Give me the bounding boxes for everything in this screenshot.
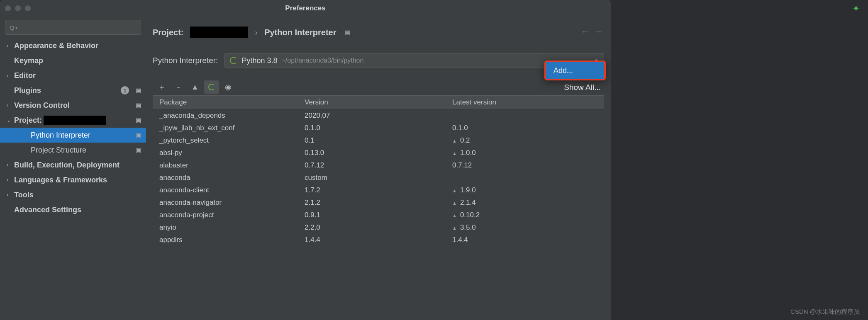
cell-package: _anaconda_depends <box>153 112 298 120</box>
module-icon: ▣ <box>136 132 141 138</box>
sidebar: Q ▾ ›Appearance & BehaviorKeymap›EditorP… <box>0 17 146 320</box>
table-row[interactable]: anaconda-project0.9.1▲0.10.2 <box>153 209 604 221</box>
sidebar-item[interactable]: ›Appearance & Behavior <box>0 38 146 53</box>
cell-package: anyio <box>153 223 298 232</box>
table-row[interactable]: anaconda-client1.7.2▲1.9.0 <box>153 184 604 196</box>
cell-version: 2.2.0 <box>298 223 446 232</box>
cell-version: 0.7.12 <box>298 161 446 170</box>
show-all-interpreters-item[interactable]: Show All... <box>564 83 601 92</box>
upgrade-arrow-icon: ▲ <box>452 138 457 143</box>
table-row[interactable]: alabaster0.7.120.7.12 <box>153 159 604 172</box>
breadcrumb-page: Python Interpreter <box>264 28 336 37</box>
settings-tree: ›Appearance & BehaviorKeymap›EditorPlugi… <box>0 38 146 320</box>
cell-latest: ▲3.5.0 <box>446 223 604 232</box>
sidebar-item-label: Project Structure <box>31 146 86 155</box>
table-row[interactable]: appdirs1.4.41.4.4 <box>153 234 604 246</box>
interpreter-row: Python Interpreter: Python 3.8 ~/opt/ana… <box>153 53 604 68</box>
cell-version: custom <box>298 174 446 182</box>
sidebar-item[interactable]: Plugins1▣ <box>0 83 146 98</box>
table-row[interactable]: anyio2.2.0▲3.5.0 <box>153 221 604 234</box>
expand-arrow-icon: › <box>7 43 14 48</box>
sidebar-item[interactable]: Python Interpreter▣ <box>0 128 146 143</box>
table-row[interactable]: _anaconda_depends2020.07 <box>153 109 604 122</box>
search-icon: Q <box>10 24 15 31</box>
redacted-block <box>44 116 106 125</box>
col-latest[interactable]: Latest version <box>446 98 604 107</box>
table-row[interactable]: _pytorch_select0.1▲0.2 <box>153 134 604 147</box>
sidebar-item-label: Appearance & Behavior <box>14 41 98 50</box>
cell-latest: 0.1.0 <box>446 124 604 132</box>
minimize-icon[interactable] <box>15 5 21 11</box>
table-row[interactable]: _ipyw_jlab_nb_ext_conf0.1.00.1.0 <box>153 122 604 134</box>
sidebar-item-label: Advanced Settings <box>14 206 81 214</box>
cell-latest: ▲1.9.0 <box>446 186 604 194</box>
col-package[interactable]: Package <box>153 98 298 107</box>
module-icon: ▣ <box>136 117 141 124</box>
cell-version: 2020.07 <box>298 112 446 120</box>
upgrade-arrow-icon: ▲ <box>452 213 457 218</box>
interpreter-name: Python 3.8 <box>241 56 277 65</box>
sidebar-item[interactable]: Advanced Settings <box>0 202 146 217</box>
sidebar-item[interactable]: Project Structure▣ <box>0 143 146 158</box>
module-icon: ▣ <box>136 147 141 153</box>
traffic-lights <box>5 5 31 11</box>
sidebar-item-label: Project: <box>14 116 42 125</box>
sidebar-item[interactable]: ›Languages & Frameworks <box>0 172 146 187</box>
upgrade-package-button[interactable]: ▲ <box>188 80 202 94</box>
sidebar-item-label: Plugins <box>14 86 41 95</box>
cell-latest: ▲1.0.0 <box>446 149 604 157</box>
search-input[interactable]: Q ▾ <box>5 20 141 35</box>
breadcrumb: Project: › Python Interpreter ▣ <box>153 27 604 38</box>
expand-arrow-icon: ⌄ <box>7 117 14 123</box>
cell-latest: 1.4.4 <box>446 236 604 244</box>
cell-package: alabaster <box>153 161 298 170</box>
show-early-releases-button[interactable]: ◉ <box>221 80 236 94</box>
sidebar-item[interactable]: Keymap <box>0 53 146 68</box>
cell-version: 0.1.0 <box>298 124 446 132</box>
redacted-block <box>190 27 248 38</box>
conda-button[interactable] <box>204 80 219 94</box>
upgrade-arrow-icon: ▲ <box>452 188 457 193</box>
package-toolbar: ＋ － ▲ ◉ <box>153 79 604 95</box>
add-package-button[interactable]: ＋ <box>154 80 169 94</box>
expand-arrow-icon: › <box>7 177 14 183</box>
table-row[interactable]: anacondacustom <box>153 172 604 184</box>
table-body: _anaconda_depends2020.07_ipyw_jlab_nb_ex… <box>153 109 604 246</box>
table-row[interactable]: anaconda-navigator2.1.2▲2.1.4 <box>153 196 604 209</box>
chevron-down-icon: ▾ <box>15 25 17 30</box>
add-interpreter-item[interactable]: Add... <box>546 62 604 79</box>
cell-package: _pytorch_select <box>153 136 298 145</box>
nav-arrows: ← → <box>581 27 602 36</box>
cell-package: anaconda-client <box>153 186 298 194</box>
titlebar: Preferences <box>0 0 611 17</box>
cell-package: _ipyw_jlab_nb_ext_conf <box>153 124 298 132</box>
sidebar-item-label: Version Control <box>14 101 70 110</box>
remove-package-button[interactable]: － <box>171 80 186 94</box>
module-icon: ▣ <box>136 102 141 109</box>
cell-version: 0.9.1 <box>298 211 446 219</box>
cell-version: 1.4.4 <box>298 236 446 244</box>
sidebar-item[interactable]: ›Tools <box>0 187 146 202</box>
zoom-icon[interactable] <box>25 5 31 11</box>
upgrade-arrow-icon: ▲ <box>452 151 457 156</box>
interpreter-dropdown-menu: Add... <box>544 61 606 80</box>
body: Q ▾ ›Appearance & BehaviorKeymap›EditorP… <box>0 17 611 320</box>
sidebar-item[interactable]: ›Version Control▣ <box>0 98 146 113</box>
sidebar-item[interactable]: ›Editor <box>0 68 146 83</box>
cell-latest: ▲0.10.2 <box>446 211 604 219</box>
cell-version: 0.1 <box>298 136 446 145</box>
close-icon[interactable] <box>5 5 11 11</box>
cell-package: appdirs <box>153 236 298 244</box>
packages-table: Package Version Latest version _anaconda… <box>153 95 604 320</box>
forward-button[interactable]: → <box>594 27 602 36</box>
col-version[interactable]: Version <box>298 98 446 107</box>
sidebar-item[interactable]: ⌄Project:▣ <box>0 113 146 128</box>
back-button[interactable]: ← <box>581 27 589 36</box>
sidebar-item[interactable]: ›Build, Execution, Deployment <box>0 158 146 172</box>
background-stripe <box>611 0 868 320</box>
bg-decor-icon: ✦ <box>852 3 860 14</box>
expand-arrow-icon: › <box>7 162 14 168</box>
table-row[interactable]: absl-py0.13.0▲1.0.0 <box>153 147 604 159</box>
interpreter-path: ~/opt/anaconda3/bin/python <box>281 57 363 64</box>
expand-arrow-icon: › <box>7 73 14 78</box>
